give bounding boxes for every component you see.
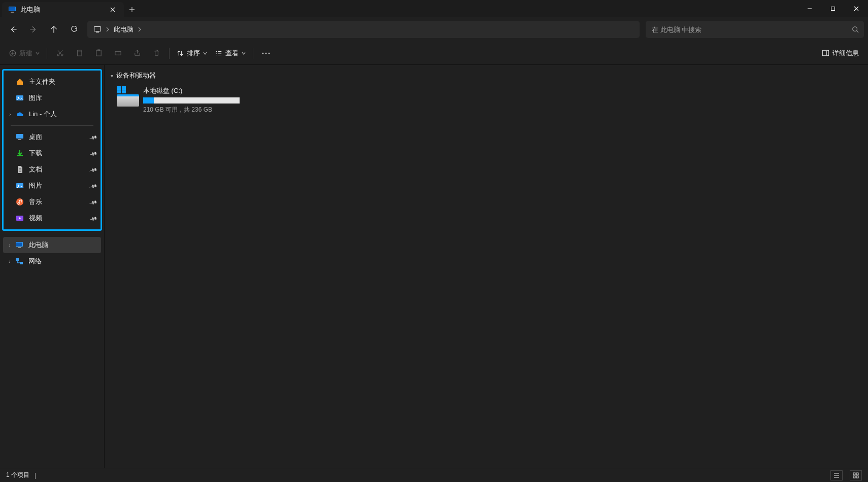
pc-icon <box>93 25 102 33</box>
close-window-button[interactable] <box>845 0 868 17</box>
paste-icon <box>95 49 103 57</box>
sidebar-item-network[interactable]: ›网络 <box>3 253 101 269</box>
address-root-button[interactable] <box>90 23 105 36</box>
svg-rect-5 <box>96 32 99 33</box>
copy-icon <box>76 49 83 57</box>
music-icon <box>16 198 24 206</box>
gallery-icon <box>16 94 24 102</box>
back-button[interactable] <box>4 20 22 39</box>
svg-point-15 <box>265 52 267 54</box>
drive-caption: 210 GB 可用，共 236 GB <box>143 106 249 114</box>
copy-button[interactable] <box>70 45 89 62</box>
svg-point-9 <box>61 54 63 56</box>
chevron-down-icon: ▾ <box>111 73 113 79</box>
sidebar: 主文件夹图库›Lin - 个人 桌面📌下载📌文档📌图片📌音乐📌视频📌 ›此电脑›… <box>0 65 105 468</box>
svg-rect-17 <box>822 50 828 55</box>
more-button[interactable] <box>256 45 276 62</box>
svg-rect-29 <box>16 258 19 261</box>
breadcrumb-this-pc[interactable]: 此电脑 <box>111 23 137 36</box>
sidebar-item-picture[interactable]: 图片📌 <box>4 178 101 194</box>
search-input[interactable] <box>651 25 848 34</box>
tab-title: 此电脑 <box>20 5 104 14</box>
search-bar[interactable] <box>646 21 864 38</box>
drive-usage-bar <box>143 97 240 104</box>
search-icon <box>852 26 859 33</box>
svg-rect-2 <box>11 12 14 13</box>
delete-button[interactable] <box>147 45 166 62</box>
drive-item[interactable]: 本地磁盘 (C:)210 GB 可用，共 236 GB <box>117 86 249 114</box>
sidebar-item-pc[interactable]: ›此电脑 <box>3 237 101 253</box>
svg-rect-3 <box>831 7 835 11</box>
cut-icon <box>56 49 64 57</box>
tab-close-button[interactable] <box>108 5 118 15</box>
sort-icon <box>177 50 184 57</box>
sidebar-item-document[interactable]: 文档📌 <box>4 161 101 178</box>
maximize-button[interactable] <box>821 0 845 17</box>
titlebar: 此电脑 <box>0 0 868 17</box>
tab-current[interactable]: 此电脑 <box>2 2 124 17</box>
sidebar-item-label: 文档 <box>29 165 85 174</box>
breadcrumb-separator[interactable] <box>105 27 111 32</box>
content-area: ▾ 设备和驱动器 本地磁盘 (C:)210 GB 可用，共 236 GB <box>105 65 868 468</box>
sidebar-item-label: 主文件夹 <box>29 77 96 86</box>
chevron-right-icon[interactable]: › <box>6 259 13 264</box>
paste-button[interactable] <box>89 45 108 62</box>
app-window: 此电脑 <box>0 0 868 482</box>
refresh-button[interactable] <box>65 20 83 39</box>
svg-point-14 <box>262 52 264 54</box>
chevron-right-icon <box>106 27 110 32</box>
svg-rect-31 <box>853 473 855 475</box>
rename-button[interactable] <box>108 45 127 62</box>
sidebar-item-desktop[interactable]: 桌面📌 <box>4 129 101 145</box>
svg-rect-30 <box>20 262 23 264</box>
cut-button[interactable] <box>50 45 70 62</box>
download-icon <box>16 149 24 157</box>
sidebar-item-label: 视频 <box>29 214 85 223</box>
sidebar-item-download[interactable]: 下载📌 <box>4 145 101 161</box>
new-tab-button[interactable] <box>124 2 140 17</box>
svg-rect-11 <box>96 50 101 56</box>
chevron-right-icon[interactable]: › <box>7 112 14 117</box>
pin-icon: 📌 <box>89 214 97 222</box>
svg-point-19 <box>18 97 19 98</box>
group-header-label: 设备和驱动器 <box>116 71 156 80</box>
pin-icon: 📌 <box>89 133 97 141</box>
view-menu-button[interactable]: 查看 <box>211 45 250 62</box>
svg-rect-1 <box>9 7 15 11</box>
arrow-right-icon <box>30 26 37 33</box>
details-pane-button[interactable]: 详细信息 <box>818 45 863 62</box>
pin-icon: 📌 <box>89 182 97 190</box>
new-menu-button[interactable]: 新建 <box>5 45 44 62</box>
chevron-down-icon <box>36 51 40 55</box>
pin-icon: 📌 <box>89 198 97 206</box>
drive-name: 本地磁盘 (C:) <box>143 86 249 95</box>
svg-rect-20 <box>16 134 23 139</box>
drives-group-header[interactable]: ▾ 设备和驱动器 <box>111 69 862 82</box>
sidebar-item-gallery[interactable]: 图库 <box>4 90 101 106</box>
ellipsis-icon <box>262 52 270 54</box>
sidebar-item-home[interactable]: 主文件夹 <box>4 74 101 90</box>
svg-rect-33 <box>853 476 855 478</box>
video-icon <box>16 214 24 222</box>
arrow-left-icon <box>10 26 17 33</box>
address-bar[interactable]: 此电脑 <box>87 21 640 38</box>
sidebar-item-cloud[interactable]: ›Lin - 个人 <box>4 106 101 122</box>
chevron-right-icon[interactable]: › <box>6 243 13 248</box>
svg-rect-28 <box>18 247 21 248</box>
sort-menu-button[interactable]: 排序 <box>173 45 211 62</box>
sidebar-item-label: 音乐 <box>29 197 85 206</box>
minimize-button[interactable] <box>798 0 821 17</box>
list-view-button[interactable] <box>830 470 843 480</box>
sidebar-item-video[interactable]: 视频📌 <box>4 210 101 226</box>
forward-button[interactable] <box>24 20 43 39</box>
plus-circle-icon <box>9 50 16 57</box>
pin-icon: 📌 <box>89 149 97 157</box>
svg-point-16 <box>269 52 270 54</box>
share-button[interactable] <box>127 45 147 62</box>
up-button[interactable] <box>45 20 63 39</box>
sidebar-item-music[interactable]: 音乐📌 <box>4 194 101 210</box>
share-icon <box>133 49 141 57</box>
tile-view-button[interactable] <box>850 470 862 480</box>
breadcrumb-separator[interactable] <box>137 27 143 32</box>
close-icon <box>110 7 115 12</box>
